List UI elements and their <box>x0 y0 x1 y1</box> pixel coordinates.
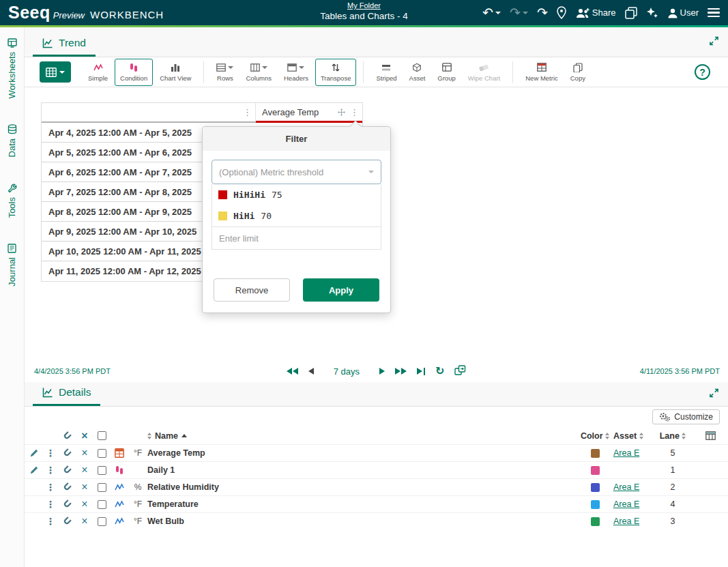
asset-link[interactable]: Area E <box>613 517 639 526</box>
striped-button[interactable]: Striped <box>370 59 402 86</box>
range-end-time[interactable]: 4/11/2025 3:56 PM PDT <box>640 367 720 375</box>
item-name[interactable]: Average Temp <box>147 448 577 458</box>
transpose-button[interactable]: Transpose <box>315 59 357 86</box>
sidebar-item-data[interactable]: Data <box>7 124 17 157</box>
metric-threshold-select[interactable]: (Optional) Metric threshold <box>212 160 381 184</box>
sidebar-item-journal[interactable]: Journal <box>7 244 17 287</box>
color-cell[interactable] <box>577 483 613 492</box>
simple-table-button[interactable]: Simple <box>83 59 113 86</box>
remove-button[interactable]: × <box>76 465 93 476</box>
magnet-all-button[interactable] <box>57 431 76 441</box>
details-row[interactable]: ⋮ × % Relative Humidity Area E 2 <box>25 478 728 495</box>
rows-button[interactable]: Rows <box>211 59 239 86</box>
remove-button[interactable]: × <box>76 499 93 510</box>
help-button[interactable]: ? <box>695 64 710 80</box>
seeq-logo[interactable]: Seeq Preview WORKBENCH <box>8 3 164 23</box>
column-header-lane[interactable]: Lane <box>656 431 690 441</box>
lane-value[interactable]: 1 <box>656 465 690 475</box>
range-start-time[interactable]: 4/4/2025 3:56 PM PDT <box>34 367 111 375</box>
column-menu-icon[interactable]: ⋮ <box>350 108 359 117</box>
asset-link[interactable]: Area E <box>613 482 639 492</box>
pan-far-right-button[interactable] <box>395 368 407 375</box>
lane-value[interactable]: 3 <box>656 517 690 526</box>
row-menu-button[interactable]: ⋮ <box>44 448 57 459</box>
tab-details[interactable]: Details <box>33 381 100 406</box>
group-button[interactable]: Group <box>432 59 461 86</box>
color-cell[interactable] <box>577 466 613 475</box>
remove-all-button[interactable]: × <box>76 431 93 441</box>
magnet-button[interactable] <box>57 448 76 458</box>
value-column-header[interactable]: Average Temp ⋮ <box>256 103 362 121</box>
apply-button[interactable]: Apply <box>303 278 379 302</box>
details-row[interactable]: ⋮ × °F Average Temp Area E 5 <box>25 444 728 461</box>
row-menu-button[interactable]: ⋮ <box>44 465 57 476</box>
details-row[interactable]: ⋮ × °F Wet Bulb Area E 3 <box>25 512 728 529</box>
lane-value[interactable]: 5 <box>656 448 690 458</box>
column-settings-button[interactable] <box>690 431 728 440</box>
asset-link[interactable]: Area E <box>613 499 639 509</box>
row-header-cell[interactable]: ⋮ <box>42 103 256 121</box>
chart-view-button[interactable]: Chart View <box>154 59 196 86</box>
row-checkbox[interactable] <box>93 517 111 526</box>
item-name[interactable]: Temperature <box>147 499 577 509</box>
trend-expand-button[interactable] <box>709 35 719 48</box>
auto-update-button[interactable] <box>454 365 466 378</box>
threshold-option[interactable]: HiHi 70 <box>212 205 381 227</box>
magnet-button[interactable] <box>57 465 76 475</box>
remove-button[interactable]: Remove <box>214 278 290 302</box>
location-button[interactable] <box>557 6 566 19</box>
select-all-checkbox[interactable] <box>93 431 111 440</box>
item-name[interactable]: Daily 1 <box>147 465 577 475</box>
remove-button[interactable]: × <box>76 448 93 459</box>
undo-button[interactable]: ↶ <box>482 6 501 19</box>
color-cell[interactable] <box>577 449 613 458</box>
sidebar-item-tools[interactable]: Tools <box>7 184 17 218</box>
item-name[interactable]: Wet Bulb <box>147 517 577 526</box>
column-header-name[interactable]: Name <box>147 431 577 441</box>
table-view-button[interactable] <box>40 61 71 83</box>
folder-link[interactable]: My Folder <box>320 1 407 11</box>
column-header-color[interactable]: Color <box>577 431 613 441</box>
column-menu-icon[interactable]: ⋮ <box>243 108 252 117</box>
magnet-button[interactable] <box>57 482 76 492</box>
color-cell[interactable] <box>577 500 613 509</box>
remove-button[interactable]: × <box>76 482 93 493</box>
details-row[interactable]: ⋮ × °F Temperature Area E 4 <box>25 495 728 512</box>
edit-button[interactable] <box>25 449 44 457</box>
row-checkbox[interactable] <box>93 449 111 458</box>
worksheets-pane-button[interactable] <box>625 7 637 19</box>
drag-handle-icon[interactable] <box>337 108 346 117</box>
redo-button[interactable]: ↷ <box>510 6 528 19</box>
remove-button[interactable]: × <box>76 516 93 527</box>
copy-button[interactable]: Copy <box>565 59 591 86</box>
row-menu-button[interactable]: ⋮ <box>44 499 57 510</box>
row-menu-button[interactable]: ⋮ <box>44 516 57 527</box>
row-menu-button[interactable]: ⋮ <box>44 482 57 493</box>
wipe-chart-button[interactable]: Wipe Chart <box>463 59 506 86</box>
condition-table-button[interactable]: Condition <box>115 59 153 86</box>
user-menu-button[interactable]: User <box>667 8 699 18</box>
sidebar-item-worksheets[interactable]: Worksheets <box>7 38 17 98</box>
pan-right-button[interactable] <box>379 365 385 377</box>
details-expand-button[interactable] <box>709 388 719 401</box>
magnet-button[interactable] <box>57 499 76 509</box>
tab-trend[interactable]: Trend <box>33 31 96 57</box>
main-menu-button[interactable] <box>708 8 720 17</box>
edit-button[interactable] <box>25 466 44 474</box>
magnet-button[interactable] <box>57 517 76 526</box>
color-cell[interactable] <box>577 517 613 526</box>
details-row[interactable]: ⋮ × Daily 1 1 <box>25 461 728 478</box>
pan-far-left-button[interactable] <box>287 368 298 375</box>
item-name[interactable]: Relative Humidity <box>147 482 577 492</box>
asset-link[interactable]: Area E <box>613 448 639 458</box>
new-metric-button[interactable]: New Metric <box>520 59 564 86</box>
row-checkbox[interactable] <box>93 466 111 475</box>
threshold-option[interactable]: HiHiHi 75 <box>212 184 381 205</box>
row-checkbox[interactable] <box>93 500 111 509</box>
asset-button[interactable]: Asset <box>404 59 431 86</box>
headers-button[interactable]: Headers <box>278 59 314 86</box>
row-checkbox[interactable] <box>93 483 111 492</box>
limit-input[interactable] <box>212 227 381 250</box>
lane-value[interactable]: 2 <box>656 482 690 492</box>
pan-left-button[interactable] <box>308 365 314 377</box>
